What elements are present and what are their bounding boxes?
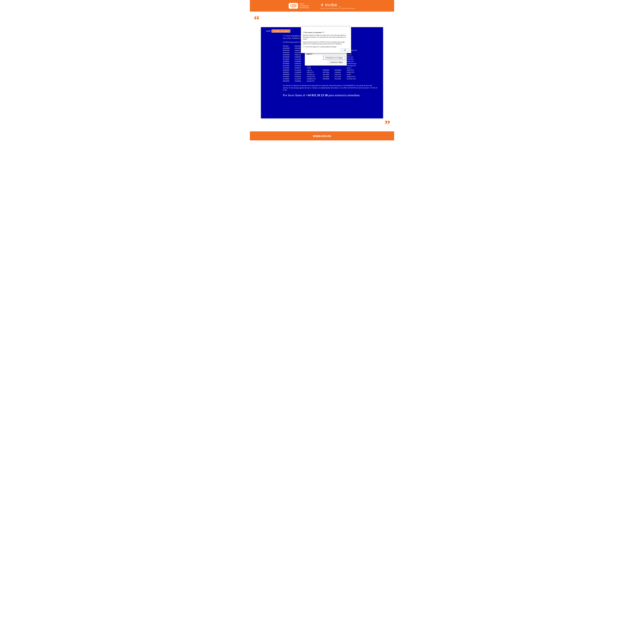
table-cell: - VIDE	[306, 67, 323, 69]
table-cell: - Beep.SYS	[346, 60, 364, 62]
call-message: Por favor llame al +34 932 20 23 38 para…	[283, 94, 378, 97]
table-cell: f9050000	[283, 80, 294, 82]
leave-dialog-text: página?	[306, 53, 345, 55]
osi-abbrev: OSI	[290, 4, 296, 7]
table-cell: 31ec6c9b	[294, 78, 306, 80]
alert-title: ****No reinicie su ordenador ****	[303, 32, 349, 33]
table-cell: 80100000	[283, 47, 294, 49]
screenshot-frame: Su IP: IP pública del usuario *** STOP: …	[258, 24, 386, 122]
alert-p2: Llame al servicio técnico +34 932 20 23 …	[303, 41, 349, 45]
table-cell: - Parallel.SYS	[306, 78, 323, 80]
header-banner: OSI Oficina de Seguridad del Internauta …	[250, 0, 394, 12]
leave-page-dialog: página? Permanecer en la Página Abandona…	[305, 52, 347, 66]
table-cell: 31ec6c8d	[294, 58, 306, 60]
table-cell: 33d844be	[294, 56, 306, 58]
table-cell: f93b0000	[323, 69, 334, 71]
table-cell: - ati.dll	[346, 73, 364, 75]
table-cell: - ParVdm.SYS	[346, 78, 364, 80]
table-cell: 31ec6c6d	[294, 69, 306, 71]
table-cell: - Npfs.SYS	[306, 71, 323, 73]
alert-dialog: × ****No reinicie su ordenador **** Wind…	[301, 26, 351, 53]
table-cell: - Fastfat.SYS	[306, 76, 323, 78]
table-cell: 802b9000	[283, 54, 294, 56]
stop-line-2: BAD_WEB_ADDRESS_NOT	[283, 37, 304, 39]
osi-text: Oficina de Seguridad del Internauta	[300, 3, 309, 9]
table-cell: - Null.SYS	[346, 58, 364, 60]
table-cell: f95b4000	[323, 78, 334, 80]
table-cell: 335bc82a	[294, 62, 306, 65]
ip-badge: IP pública del usuario	[272, 29, 290, 33]
table-cell: - Parport.SYS	[346, 76, 364, 78]
table-header: Dll Base	[283, 45, 294, 47]
table-cell: f9490000	[283, 69, 294, 71]
table-cell: 332480dd	[334, 69, 346, 71]
table-cell: f9370000	[283, 67, 294, 69]
table-cell: f9358000	[283, 62, 294, 65]
checkbox-label: Prevent this page from creating addition…	[305, 46, 337, 48]
table-cell: 332480ab	[294, 80, 306, 82]
table-cell: - Msfs.SYS	[346, 69, 364, 71]
table-cell	[323, 67, 334, 69]
table-cell: 802aa000	[283, 52, 294, 54]
table-cell: fe914000	[323, 73, 334, 75]
table-cell: 335157ac	[294, 73, 306, 75]
table-cell: - vga.sys	[306, 69, 323, 71]
table-cell: a0000000	[283, 73, 294, 75]
table-cell: 3356da41	[334, 71, 346, 73]
table-cell: f9468000	[283, 60, 294, 62]
table-cell: f947c000	[283, 65, 294, 67]
table-cell: 802bd000	[283, 56, 294, 58]
table-cell: - NDIS.SYS	[346, 71, 364, 73]
footer-url[interactable]: www.osi.es	[313, 134, 331, 138]
diamond-icon	[321, 3, 324, 7]
table-cell	[346, 80, 364, 82]
table-cell: - mousclass.sys	[346, 62, 364, 65]
table-cell: 335bd30e	[294, 76, 306, 78]
incibe-subtitle: INSTITUTO NACIONAL DE CIBERSEGURIDAD	[321, 8, 355, 9]
table-cell	[334, 67, 346, 69]
table-cell: f90f0000	[283, 71, 294, 73]
table-cell	[334, 80, 346, 82]
ok-button[interactable]: OK	[341, 49, 349, 51]
table-cell: 80000100	[283, 49, 294, 51]
svg-rect-3	[295, 8, 295, 8]
table-cell: 31ec6c9d	[334, 78, 346, 80]
checkbox-icon[interactable]	[303, 46, 304, 48]
underscore-icon: _	[338, 2, 341, 7]
call-phone: +34 932 20 23 38	[306, 94, 328, 97]
ip-label: Su IP:	[266, 30, 271, 32]
table-cell: 33248011	[294, 67, 306, 69]
table-cell: 31ec6c94	[294, 65, 306, 67]
table-cell: - Serial.SYS	[306, 80, 323, 82]
alert-p1: Windows detectó una falla en el disco du…	[303, 34, 349, 40]
svg-rect-6	[321, 5, 321, 5]
table-cell: Ntfs.sys	[346, 54, 364, 56]
leave-button[interactable]: Abandonar Página	[328, 61, 345, 64]
svg-rect-4	[322, 3, 323, 4]
close-icon[interactable]: ×	[349, 27, 350, 29]
stay-button[interactable]: Permanecer en la Página	[323, 56, 345, 60]
svg-rect-5	[322, 6, 323, 7]
table-cell: - ctrl2cap.SYS	[346, 65, 364, 67]
table-cell: fe110000	[323, 76, 334, 78]
svg-rect-7	[321, 4, 323, 6]
table-cell: fe0c9000	[283, 76, 294, 78]
table-cell: - Ntice.sys	[346, 56, 364, 58]
table-cell: 332480d0	[294, 71, 306, 73]
table-cell: - ati.sys	[346, 67, 364, 69]
close-quote-icon: ”	[250, 122, 390, 128]
table-cell: 31ec7c9b	[334, 76, 346, 78]
table-cell: 31ed868b	[294, 60, 306, 62]
prevent-dialogs-checkbox[interactable]: Prevent this page from creating addition…	[303, 46, 349, 48]
open-quote-icon: “	[254, 17, 394, 23]
table-cell	[323, 80, 334, 82]
footer-banner: www.osi.es	[250, 131, 394, 140]
table-cell: f9318000	[283, 58, 294, 60]
osi-badge: OSI	[289, 3, 298, 9]
incibe-logo: incibe _ INSTITUTO NACIONAL DE CIBERSEGU…	[321, 2, 355, 9]
svg-point-0	[291, 7, 292, 8]
bsod-screen: Su IP: IP pública del usuario *** STOP: …	[261, 27, 383, 118]
table-cell: fe957000	[323, 71, 334, 73]
table-cell: fe108000	[283, 78, 294, 80]
table-cell: - win32k.sys	[306, 73, 323, 75]
